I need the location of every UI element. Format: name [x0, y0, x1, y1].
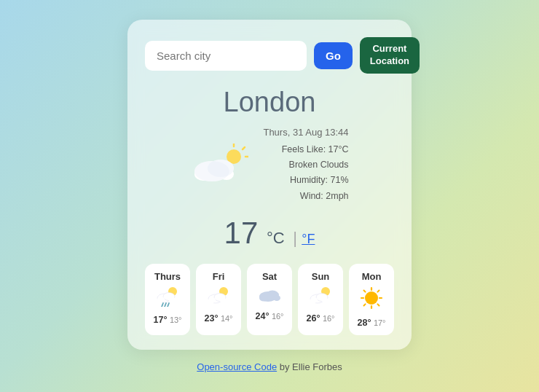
- search-input[interactable]: [145, 41, 307, 71]
- forecast-card: Sun 26° 16°: [298, 264, 343, 335]
- svg-line-2: [243, 147, 245, 149]
- temp-value: 17: [224, 216, 259, 250]
- forecast-day: Fri: [213, 271, 225, 282]
- open-source-link[interactable]: Open-source Code: [197, 361, 277, 372]
- forecast-temps: 28° 17°: [357, 318, 385, 328]
- forecast-high: 24°: [255, 311, 269, 321]
- svg-line-37: [364, 290, 366, 291]
- forecast-day: Mon: [362, 271, 382, 282]
- forecast-low: 16°: [323, 314, 335, 323]
- svg-line-38: [377, 304, 379, 305]
- feels-like: Feels Like: 17°C: [263, 142, 348, 157]
- svg-point-21: [208, 297, 216, 303]
- weather-date: Thurs, 31 Aug 13:44: [263, 127, 348, 138]
- unit-separator: |: [293, 229, 302, 247]
- current-weather-icon: [190, 144, 248, 187]
- cloud-svg: [190, 144, 248, 187]
- forecast-temps: 26° 16°: [306, 313, 334, 324]
- temperature-display: 17 °C | °F: [145, 216, 394, 251]
- weather-card: Go Current Location London: [127, 20, 412, 350]
- forecast-high: 26°: [306, 313, 320, 324]
- footer: Open-source Code by Ellie Forbes: [197, 361, 342, 372]
- svg-line-16: [165, 303, 166, 307]
- unit-celsius: °C: [267, 229, 285, 247]
- condition: Broken Clouds: [263, 157, 348, 173]
- humidity: Humidity: 71%: [263, 173, 348, 188]
- forecast-low: 14°: [221, 314, 233, 323]
- unit-fahrenheit[interactable]: °F: [302, 232, 315, 246]
- forecast-icon: [258, 286, 281, 307]
- forecast-day: Sat: [262, 271, 277, 282]
- wind: Wind: 2mph: [263, 189, 348, 204]
- forecast-day: Sun: [312, 271, 330, 282]
- weather-meta: Feels Like: 17°C Broken Clouds Humidity:…: [263, 142, 348, 204]
- forecast-card: Thurs 17° 13°: [145, 264, 190, 335]
- svg-line-15: [162, 303, 163, 307]
- go-button[interactable]: Go: [314, 42, 353, 69]
- location-button[interactable]: Current Location: [360, 37, 420, 74]
- forecast-icon: [156, 286, 179, 310]
- forecast-icon: [360, 286, 383, 313]
- svg-line-17: [168, 303, 169, 307]
- forecast-strip: Thurs 17° 13° Fri 23°: [145, 264, 394, 335]
- search-row: Go Current Location: [145, 37, 394, 74]
- forecast-card: Mon 28° 17°: [349, 264, 394, 335]
- footer-by: by Ellie Forbes: [277, 361, 342, 372]
- forecast-low: 17°: [374, 318, 386, 327]
- svg-point-22: [220, 297, 227, 302]
- forecast-high: 28°: [357, 318, 371, 328]
- forecast-low: 13°: [170, 315, 182, 324]
- svg-point-32: [365, 291, 378, 305]
- forecast-temps: 24° 16°: [255, 311, 283, 321]
- forecast-icon: [309, 286, 332, 309]
- location-line2: Location: [370, 55, 409, 66]
- forecast-card: Sat 24° 16°: [247, 264, 292, 335]
- location-line1: Current: [372, 43, 406, 54]
- svg-point-13: [157, 297, 165, 302]
- current-weather-row: Thurs, 31 Aug 13:44 Feels Like: 17°C Bro…: [145, 127, 394, 204]
- svg-point-31: [322, 297, 328, 302]
- forecast-icon: [207, 286, 230, 309]
- forecast-high: 23°: [204, 313, 218, 324]
- svg-point-9: [208, 160, 234, 177]
- svg-point-25: [259, 294, 268, 301]
- weather-details: Thurs, 31 Aug 13:44 Feels Like: 17°C Bro…: [263, 127, 348, 204]
- forecast-card: Fri 23° 14°: [196, 264, 241, 335]
- forecast-day: Thurs: [154, 271, 181, 282]
- forecast-low: 16°: [272, 312, 284, 321]
- forecast-temps: 23° 14°: [204, 313, 232, 324]
- forecast-high: 17°: [153, 315, 167, 325]
- svg-line-39: [377, 290, 379, 291]
- svg-point-30: [310, 297, 318, 303]
- svg-line-40: [364, 304, 366, 305]
- city-name: London: [145, 87, 394, 118]
- svg-point-26: [273, 295, 280, 301]
- svg-point-14: [169, 297, 176, 302]
- forecast-temps: 17° 13°: [153, 315, 181, 325]
